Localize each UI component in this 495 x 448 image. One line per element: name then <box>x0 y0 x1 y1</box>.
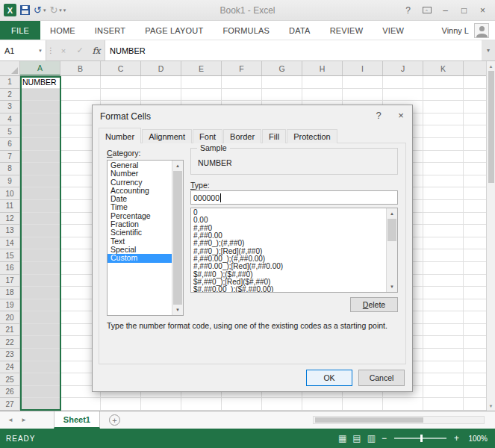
normal-view-icon[interactable]: ▦ <box>338 433 346 444</box>
cell-d27[interactable] <box>141 398 181 411</box>
cell-a10[interactable] <box>20 187 60 200</box>
row-header-16[interactable]: 16 <box>0 262 20 275</box>
cell-a2[interactable] <box>20 89 60 102</box>
cell-k4[interactable] <box>423 113 464 126</box>
cell-c1[interactable] <box>101 76 141 89</box>
column-header-b[interactable]: B <box>60 61 101 75</box>
cell-e1[interactable] <box>181 76 222 89</box>
cell-partial[interactable] <box>464 187 486 200</box>
row-header-9[interactable]: 9 <box>0 175 20 188</box>
cell-h1[interactable] <box>302 76 343 89</box>
cell-k9[interactable] <box>423 175 464 188</box>
cell-c2[interactable] <box>101 89 141 102</box>
name-box-dropdown-icon[interactable]: ▼ <box>38 49 46 53</box>
cell-partial[interactable] <box>464 89 486 102</box>
cell-a9[interactable] <box>20 175 60 188</box>
zoom-slider-thumb[interactable] <box>420 435 423 442</box>
cell-a4[interactable] <box>20 113 60 126</box>
category-custom[interactable]: Custom <box>108 254 172 262</box>
row-header-3[interactable]: 3 <box>0 101 20 113</box>
cell-i27[interactable] <box>343 398 383 411</box>
dialog-tab-font[interactable]: Font <box>193 129 222 143</box>
page-layout-view-icon[interactable]: ▤ <box>352 433 361 444</box>
cell-partial[interactable] <box>464 262 486 275</box>
cell-d2[interactable] <box>141 89 181 102</box>
add-sheet-icon[interactable]: + <box>109 414 120 426</box>
column-header-k[interactable]: K <box>423 61 464 75</box>
cell-partial[interactable] <box>464 200 486 213</box>
cell-a13[interactable] <box>20 225 60 237</box>
user-avatar-icon[interactable] <box>474 23 489 38</box>
cell-a14[interactable] <box>20 237 60 250</box>
cell-e2[interactable] <box>181 89 222 102</box>
cell-a7[interactable] <box>20 151 60 164</box>
vertical-scrollbar[interactable]: ▲ ▼ <box>486 61 495 411</box>
ok-button[interactable]: OK <box>306 370 352 386</box>
close-icon[interactable]: × <box>473 2 492 19</box>
category-number[interactable]: Number <box>108 169 172 178</box>
undo-dropdown-icon[interactable]: ▾ <box>43 7 46 13</box>
cell-k27[interactable] <box>423 398 464 411</box>
row-header-24[interactable]: 24 <box>0 361 20 374</box>
category-scientific[interactable]: Scientific <box>108 228 172 237</box>
tab-home[interactable]: HOME <box>40 21 85 40</box>
cell-j1[interactable] <box>383 76 423 89</box>
minimize-icon[interactable]: – <box>436 2 455 19</box>
insert-function-icon[interactable]: fx <box>88 40 105 60</box>
zoom-out-icon[interactable]: − <box>382 433 387 444</box>
cell-partial[interactable] <box>464 349 486 361</box>
cell-f27[interactable] <box>222 398 262 411</box>
cell-partial[interactable] <box>464 76 486 89</box>
tab-formulas[interactable]: FORMULAS <box>213 21 279 40</box>
row-header-2[interactable]: 2 <box>0 89 20 102</box>
scroll-up-icon[interactable]: ▲ <box>487 61 495 71</box>
column-header-c[interactable]: C <box>101 61 141 75</box>
formula-enter-icon[interactable]: ✓ <box>72 40 88 60</box>
cell-a26[interactable] <box>20 386 60 399</box>
format-code-10[interactable]: $#,##0.00_);($#,##0.00) <box>191 286 386 292</box>
row-header-20[interactable]: 20 <box>0 311 20 324</box>
cell-partial[interactable] <box>464 287 486 299</box>
scroll-down-icon[interactable]: ▼ <box>487 401 495 411</box>
cell-a20[interactable] <box>20 311 60 324</box>
category-scroll-thumb[interactable] <box>173 171 182 305</box>
cell-partial[interactable] <box>464 324 486 337</box>
horizontal-scroll-thumb[interactable] <box>315 417 423 423</box>
cell-partial[interactable] <box>464 163 486 175</box>
cell-partial[interactable] <box>464 113 486 126</box>
tab-data[interactable]: DATA <box>279 21 320 40</box>
tab-view[interactable]: VIEW <box>373 21 414 40</box>
cell-partial[interactable] <box>464 237 486 250</box>
cell-k5[interactable] <box>423 125 464 138</box>
cell-partial[interactable] <box>464 175 486 188</box>
zoom-in-icon[interactable]: + <box>454 433 459 444</box>
cell-partial[interactable] <box>464 151 486 164</box>
cell-partial[interactable] <box>464 336 486 349</box>
cell-a11[interactable] <box>20 200 60 213</box>
dialog-close-icon[interactable]: × <box>390 105 412 125</box>
cell-partial[interactable] <box>464 225 486 237</box>
cell-a5[interactable] <box>20 125 60 138</box>
format-code-0[interactable]: 0 <box>191 209 386 217</box>
vertical-scroll-thumb[interactable] <box>488 71 494 183</box>
cell-j2[interactable] <box>383 89 423 102</box>
cell-partial[interactable] <box>464 249 486 262</box>
cell-a3[interactable] <box>20 101 60 113</box>
format-scroll-up-icon[interactable]: ▲ <box>387 208 397 219</box>
cell-a1[interactable]: NUMBER <box>20 76 60 89</box>
redo-dropdown-icon[interactable]: ▾ <box>59 7 62 13</box>
user-area[interactable]: Vinny L <box>442 21 495 40</box>
cell-i1[interactable] <box>343 76 383 89</box>
formula-bar-expand-icon[interactable]: ▾ <box>482 40 495 60</box>
cell-h27[interactable] <box>302 398 343 411</box>
cell-partial[interactable] <box>464 311 486 324</box>
row-header-14[interactable]: 14 <box>0 237 20 250</box>
cell-a19[interactable] <box>20 299 60 312</box>
row-header-21[interactable]: 21 <box>0 324 20 337</box>
cell-a21[interactable] <box>20 324 60 337</box>
format-scroll-down-icon[interactable]: ▼ <box>387 281 397 292</box>
formula-cancel-icon[interactable]: × <box>55 40 72 60</box>
cell-b27[interactable] <box>60 398 101 411</box>
zoom-slider[interactable] <box>394 438 446 439</box>
ribbon-display-options-icon[interactable]: ^ <box>417 2 436 19</box>
